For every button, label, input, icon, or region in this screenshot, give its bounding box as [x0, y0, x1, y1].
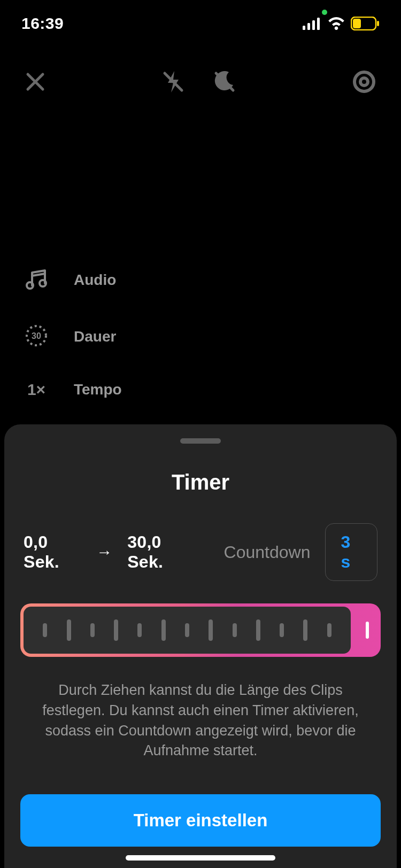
- range-start: 0,0 Sek.: [24, 532, 81, 572]
- speed-icon: 1×: [24, 381, 49, 399]
- camera-top-bar: [0, 47, 401, 97]
- countdown-label: Countdown: [224, 542, 311, 562]
- duration-label: Dauer: [74, 328, 116, 345]
- timer-sheet: Timer 0,0 Sek. → 30,0 Sek. Countdown 3 s…: [4, 424, 397, 868]
- svg-rect-1: [307, 23, 310, 30]
- flash-off-icon: [160, 69, 186, 95]
- status-bar: 16:39: [0, 0, 401, 47]
- tick: [43, 623, 47, 637]
- svg-rect-6: [377, 21, 379, 26]
- tick: [67, 619, 71, 641]
- night-mode-off-icon: [212, 69, 237, 95]
- sheet-grabber[interactable]: [180, 438, 221, 444]
- tick: [280, 623, 284, 637]
- gear-icon: [351, 68, 377, 95]
- speed-label: Tempo: [74, 381, 122, 398]
- sheet-title: Timer: [20, 470, 381, 494]
- timer-help-text: Durch Ziehen kannst du die Länge des Cli…: [20, 680, 381, 761]
- status-icons: [303, 17, 380, 30]
- settings-button[interactable]: [351, 68, 377, 97]
- tick: [90, 623, 95, 637]
- close-icon: [24, 70, 47, 94]
- duration-icon: 30: [24, 324, 49, 350]
- close-button[interactable]: [24, 70, 47, 96]
- tick: [303, 619, 307, 641]
- audio-tool[interactable]: Audio: [24, 267, 122, 293]
- svg-point-11: [27, 282, 33, 289]
- svg-point-9: [354, 72, 374, 91]
- status-time: 16:39: [21, 14, 64, 33]
- cellular-icon: [303, 17, 322, 30]
- tick: [114, 619, 118, 641]
- battery-low-charging-icon: [351, 17, 380, 30]
- tick: [209, 619, 213, 641]
- music-note-icon: [24, 267, 49, 293]
- home-indicator[interactable]: [126, 855, 275, 861]
- arrow-right-icon: →: [96, 543, 112, 561]
- svg-point-12: [40, 280, 46, 286]
- creation-tools: Audio 30 Dauer 1× Tempo: [24, 267, 122, 399]
- slider-handle[interactable]: [366, 622, 369, 639]
- tick: [137, 623, 142, 637]
- clip-length-slider[interactable]: [20, 603, 381, 657]
- duration-tool[interactable]: 30 Dauer: [24, 324, 122, 350]
- slider-track: [24, 607, 351, 654]
- tick: [161, 619, 166, 641]
- tick: [256, 619, 260, 641]
- wifi-icon: [327, 17, 345, 30]
- audio-label: Audio: [74, 272, 116, 289]
- set-timer-button[interactable]: Timer einstellen: [20, 794, 381, 847]
- range-end: 30,0 Sek.: [127, 532, 194, 572]
- flash-toggle[interactable]: [160, 69, 186, 97]
- svg-rect-5: [353, 19, 361, 28]
- svg-rect-2: [312, 20, 315, 30]
- camera-active-dot: [322, 10, 327, 15]
- svg-rect-0: [303, 26, 305, 30]
- night-mode-toggle[interactable]: [212, 69, 237, 97]
- svg-rect-3: [317, 18, 320, 30]
- timer-range-row: 0,0 Sek. → 30,0 Sek. Countdown 3 s: [20, 523, 381, 581]
- tick: [185, 623, 189, 637]
- tick: [233, 623, 237, 637]
- speed-tool[interactable]: 1× Tempo: [24, 381, 122, 399]
- svg-line-13: [32, 274, 45, 276]
- countdown-selector[interactable]: 3 s: [325, 523, 377, 581]
- tick: [327, 623, 331, 637]
- svg-text:30: 30: [32, 331, 41, 340]
- svg-point-10: [360, 78, 368, 86]
